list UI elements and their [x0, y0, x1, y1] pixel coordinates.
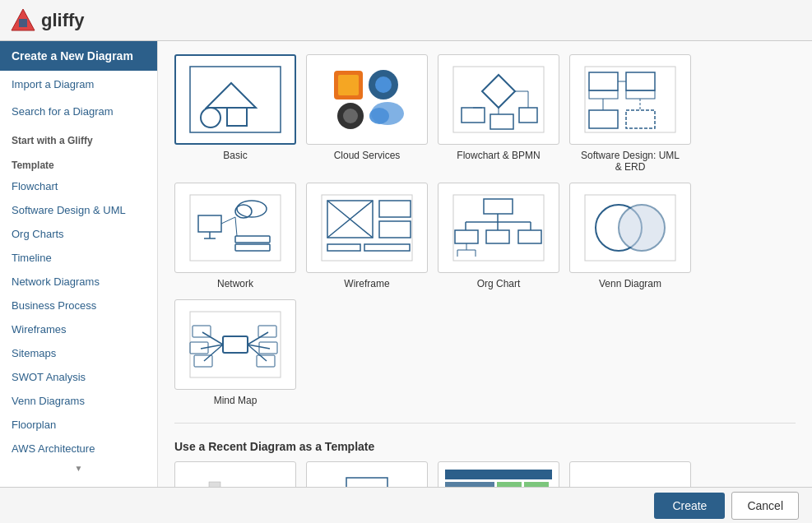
- template-label-basic: Basic: [223, 150, 247, 161]
- svg-point-9: [375, 76, 392, 93]
- sidebar-item-network-diagrams[interactable]: Network Diagrams: [0, 270, 157, 294]
- template-card-mindmap[interactable]: Mind Map: [174, 299, 296, 406]
- template-card-img-mindmap[interactable]: [174, 299, 296, 390]
- main-layout: Create a New Diagram Import a Diagram Se…: [0, 41, 812, 523]
- header: gliffy: [0, 0, 812, 41]
- template-label-wireframe: Wireframe: [344, 278, 389, 289]
- template-label-uml: Software Design: UML & ERD: [581, 150, 680, 173]
- template-label-flowchart: Flowchart & BPMN: [457, 150, 540, 161]
- cancel-button[interactable]: Cancel: [731, 492, 799, 520]
- template-section: Basic: [174, 54, 796, 406]
- content-area: Basic: [158, 41, 812, 523]
- template-card-flowchart[interactable]: Flowchart & BPMN: [438, 54, 559, 173]
- sidebar-item-org-charts[interactable]: Org Charts: [0, 222, 157, 246]
- template-card-img-orgchart[interactable]: [438, 183, 559, 273]
- svg-rect-1: [19, 19, 27, 27]
- divider: [174, 423, 796, 423]
- sidebar-item-swot[interactable]: SWOT Analysis: [0, 365, 157, 389]
- template-card-venn[interactable]: Venn Diagram: [569, 183, 691, 289]
- template-card-img-wireframe[interactable]: [306, 183, 428, 273]
- app-logo: gliffy: [10, 7, 85, 34]
- template-label-orgchart: Org Chart: [477, 278, 521, 289]
- template-label-cloud: Cloud Services: [334, 150, 401, 161]
- sidebar-item-search[interactable]: Search for a Diagram: [0, 98, 157, 125]
- bottom-bar: Create Cancel: [0, 487, 812, 523]
- sidebar-item-timeline[interactable]: Timeline: [0, 246, 157, 270]
- template-card-wireframe[interactable]: Wireframe: [306, 183, 428, 289]
- template-card-img-uml[interactable]: [569, 54, 691, 145]
- svg-rect-2: [190, 67, 281, 132]
- svg-rect-106: [445, 470, 552, 479]
- sidebar-item-sitemaps[interactable]: Sitemaps: [0, 341, 157, 365]
- template-card-img-flowchart[interactable]: [438, 54, 559, 145]
- template-card-img-venn[interactable]: [569, 183, 691, 273]
- app-title: gliffy: [41, 10, 85, 31]
- sidebar-item-flowchart[interactable]: Flowchart: [0, 174, 157, 198]
- template-label-network: Network: [217, 278, 253, 289]
- template-card-cloud[interactable]: Cloud Services: [306, 54, 428, 173]
- sidebar-section-header: Start with a Gliffy: [0, 125, 157, 150]
- sidebar-item-software-design[interactable]: Software Design & UML: [0, 198, 157, 222]
- sidebar-item-venn-diagrams[interactable]: Venn Diagrams: [0, 389, 157, 413]
- svg-point-67: [619, 205, 665, 251]
- sidebar-item-business-process[interactable]: Business Process: [0, 294, 157, 317]
- template-label-mindmap: Mind Map: [214, 395, 258, 406]
- svg-rect-23: [585, 67, 675, 132]
- template-card-img-cloud[interactable]: [306, 54, 428, 145]
- recent-section-title: Use a Recent Diagram as a Template: [174, 440, 796, 453]
- sidebar-item-aws[interactable]: AWS Architecture: [0, 437, 157, 461]
- template-card-img-basic[interactable]: [174, 54, 296, 145]
- gliffy-logo-icon: [10, 7, 36, 34]
- template-grid: Basic: [174, 54, 796, 406]
- sidebar-item-floorplan[interactable]: Floorplan: [0, 413, 157, 437]
- sidebar-scroll-arrow: ▼: [0, 461, 157, 476]
- svg-point-13: [369, 108, 389, 124]
- template-card-uml[interactable]: Software Design: UML & ERD: [569, 54, 691, 173]
- template-label-venn: Venn Diagram: [599, 278, 661, 289]
- template-card-basic[interactable]: Basic: [174, 54, 296, 173]
- sidebar-item-import[interactable]: Import a Diagram: [0, 71, 157, 98]
- sidebar: Create a New Diagram Import a Diagram Se…: [0, 41, 158, 523]
- sidebar-item-create-new[interactable]: Create a New Diagram: [0, 41, 157, 71]
- create-button[interactable]: Create: [654, 493, 725, 519]
- svg-rect-68: [190, 312, 281, 377]
- sidebar-item-wireframes[interactable]: Wireframes: [0, 317, 157, 341]
- template-card-orgchart[interactable]: Org Chart: [438, 183, 559, 289]
- template-card-network[interactable]: Network: [174, 183, 296, 289]
- template-card-img-network[interactable]: [174, 183, 296, 273]
- svg-rect-7: [338, 75, 359, 95]
- sidebar-template-header: Template: [0, 150, 157, 174]
- svg-point-11: [343, 109, 358, 123]
